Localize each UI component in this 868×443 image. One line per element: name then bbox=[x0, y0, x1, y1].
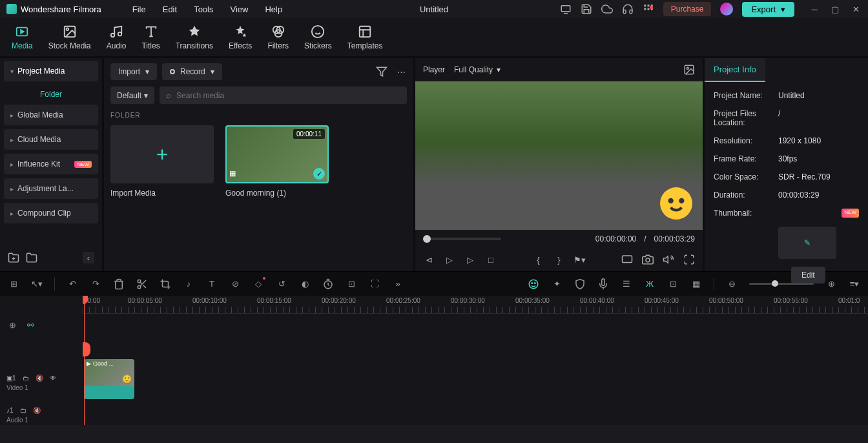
display-icon[interactable] bbox=[621, 254, 633, 265]
tracking-icon[interactable]: ⊡ bbox=[346, 278, 357, 290]
marker-icon[interactable] bbox=[574, 278, 586, 290]
sort-dropdown[interactable]: Default▾ bbox=[110, 87, 154, 104]
link-icon[interactable]: ⊘ bbox=[229, 278, 241, 290]
undo-icon[interactable]: ↶ bbox=[67, 278, 78, 290]
volume-icon[interactable] bbox=[663, 254, 674, 265]
redo-icon[interactable]: ↷ bbox=[90, 278, 101, 290]
search-box[interactable]: ⌕ bbox=[160, 87, 407, 104]
play-icon[interactable]: ▷ bbox=[464, 254, 476, 265]
player-label[interactable]: Player bbox=[423, 65, 445, 74]
thumbnail-preview[interactable]: ✎ bbox=[778, 227, 836, 259]
timeline-body[interactable]: 00:00 00:00:05:00 00:00:10:00 00:00:15:0… bbox=[83, 296, 868, 425]
track-link-icon[interactable]: ⚯ bbox=[25, 319, 36, 331]
mute-icon[interactable]: 🔇 bbox=[33, 407, 41, 414]
video-track-header[interactable]: ▣1🗀🔇👁 Video 1 bbox=[0, 372, 83, 404]
crop-icon[interactable] bbox=[160, 278, 171, 290]
folder-icon[interactable]: 🗀 bbox=[20, 407, 26, 414]
close-icon[interactable]: ✕ bbox=[850, 3, 862, 15]
user-avatar[interactable] bbox=[720, 3, 733, 15]
audio-track-header[interactable]: ♪1🗀🔇 Audio 1 bbox=[0, 404, 83, 437]
new-folder-icon[interactable] bbox=[8, 252, 19, 263]
camera-icon[interactable] bbox=[642, 254, 654, 265]
tab-media[interactable]: Media bbox=[12, 25, 33, 50]
cursor-icon[interactable]: ↖▾ bbox=[31, 278, 43, 290]
collapse-sidebar-icon[interactable]: ‹ bbox=[83, 252, 94, 263]
sidebar-global-media[interactable]: ▸Global Media bbox=[4, 105, 98, 125]
edit-button[interactable]: Edit bbox=[791, 267, 825, 283]
filter-icon[interactable] bbox=[376, 66, 388, 77]
prev-frame-icon[interactable]: ⊲ bbox=[423, 254, 435, 265]
audio-edit-icon[interactable]: ♪ bbox=[183, 278, 194, 290]
folder-icon[interactable] bbox=[26, 252, 37, 263]
tab-stickers[interactable]: Stickers bbox=[304, 25, 332, 50]
timeline-ruler[interactable]: 00:00 00:00:05:00 00:00:10:00 00:00:15:0… bbox=[83, 296, 868, 314]
save-icon[interactable] bbox=[581, 3, 592, 15]
tab-filters[interactable]: Filters bbox=[267, 25, 289, 50]
view-mode-icon[interactable]: ≡▾ bbox=[849, 278, 860, 290]
fullscreen-icon[interactable] bbox=[683, 254, 695, 265]
export-button[interactable]: Export▾ bbox=[742, 2, 794, 17]
maximize-icon[interactable]: ▢ bbox=[829, 3, 841, 15]
headphones-icon[interactable] bbox=[622, 3, 634, 15]
marker-dropdown-icon[interactable]: ⚑▾ bbox=[574, 254, 586, 265]
color-icon[interactable]: ◐ bbox=[299, 278, 311, 290]
playhead[interactable] bbox=[84, 296, 85, 425]
enhance-icon[interactable]: ✦ bbox=[551, 278, 563, 290]
play-backward-icon[interactable]: ▷ bbox=[444, 254, 455, 265]
overlap-icon[interactable]: ⊡ bbox=[667, 278, 679, 290]
zoom-slider[interactable] bbox=[749, 283, 814, 285]
sidebar-folder[interactable]: Folder bbox=[4, 85, 98, 103]
project-info-tab[interactable]: Project Info bbox=[705, 58, 765, 82]
mark-in-icon[interactable]: { bbox=[533, 254, 544, 265]
tab-effects[interactable]: Effects bbox=[229, 25, 252, 50]
tab-transitions[interactable]: Transitions bbox=[176, 25, 213, 50]
menu-file[interactable]: File bbox=[132, 5, 146, 14]
tab-audio[interactable]: Audio bbox=[107, 25, 127, 50]
timeline-clip[interactable]: ▶Good ...🙂 bbox=[84, 359, 134, 399]
cloud-icon[interactable] bbox=[601, 3, 613, 15]
sidebar-influence-kit[interactable]: ▸Influence KitNEW bbox=[4, 154, 98, 174]
zoom-out-icon[interactable]: ⊖ bbox=[726, 278, 738, 290]
sidebar-project-media[interactable]: ▾Project Media bbox=[4, 61, 98, 81]
timer-icon[interactable] bbox=[322, 278, 334, 290]
ai-icon[interactable] bbox=[528, 278, 539, 290]
search-input[interactable] bbox=[176, 91, 400, 100]
eye-icon[interactable]: 👁 bbox=[50, 375, 56, 382]
sidebar-adjustment-layer[interactable]: ▸Adjustment La... bbox=[4, 178, 98, 199]
minimize-icon[interactable]: ─ bbox=[809, 3, 820, 15]
mute-icon[interactable]: 🔇 bbox=[36, 375, 43, 382]
menu-edit[interactable]: Edit bbox=[163, 5, 177, 14]
folder-icon[interactable]: 🗀 bbox=[23, 375, 29, 382]
mark-out-icon[interactable]: } bbox=[553, 254, 565, 265]
scrub-slider[interactable] bbox=[423, 238, 501, 240]
menu-help[interactable]: Help bbox=[265, 5, 282, 14]
grid-icon[interactable]: ▦ bbox=[690, 278, 702, 290]
record-dropdown[interactable]: Record▾ bbox=[162, 63, 222, 80]
snapshot-icon[interactable] bbox=[683, 64, 695, 76]
purchase-button[interactable]: Purchase bbox=[663, 2, 712, 16]
import-dropdown[interactable]: Import▾ bbox=[110, 63, 157, 80]
layout-icon[interactable]: ⊞ bbox=[8, 278, 19, 290]
menu-view[interactable]: View bbox=[230, 5, 248, 14]
text-icon[interactable]: T bbox=[206, 278, 218, 290]
focus-icon[interactable]: ⛶ bbox=[369, 278, 380, 290]
tab-titles[interactable]: Titles bbox=[141, 25, 160, 50]
sidebar-cloud-media[interactable]: ▸Cloud Media bbox=[4, 129, 98, 150]
tab-stock-media[interactable]: Stock Media bbox=[48, 25, 91, 50]
more-icon[interactable]: ⋯ bbox=[395, 66, 407, 77]
delete-icon[interactable] bbox=[113, 278, 125, 290]
zoom-in-icon[interactable]: ⊕ bbox=[825, 278, 837, 290]
track-add-icon[interactable]: ⊕ bbox=[6, 319, 18, 331]
cut-icon[interactable] bbox=[136, 278, 148, 290]
apps-icon[interactable] bbox=[643, 3, 654, 15]
keyframe-icon[interactable]: ◇ bbox=[253, 278, 264, 290]
media-clip-card[interactable]: 00:00:11 ▦ ✓ Good morning (1) bbox=[225, 125, 329, 198]
tab-templates[interactable]: Templates bbox=[347, 25, 383, 50]
list-icon[interactable]: ☰ bbox=[621, 278, 632, 290]
stop-icon[interactable]: □ bbox=[485, 254, 497, 265]
magnetic-icon[interactable]: Ж bbox=[644, 278, 656, 290]
video-viewport[interactable] bbox=[415, 81, 703, 230]
sidebar-compound-clip[interactable]: ▸Compound Clip bbox=[4, 203, 98, 223]
menu-tools[interactable]: Tools bbox=[194, 5, 213, 14]
more-tools-icon[interactable]: » bbox=[392, 278, 404, 290]
